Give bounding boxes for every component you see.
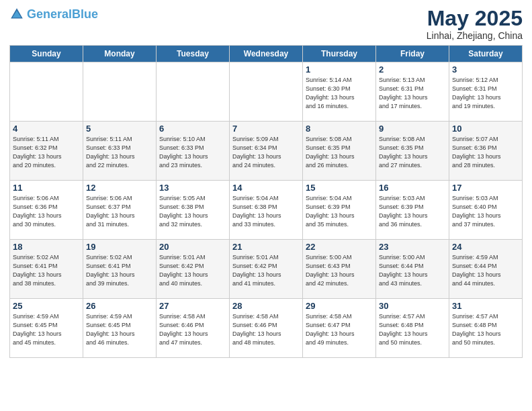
day-number: 27 <box>159 301 226 311</box>
col-friday: Friday <box>376 46 449 62</box>
col-sunday: Sunday <box>10 46 83 62</box>
day-number: 4 <box>13 124 80 134</box>
calendar-cell <box>10 62 83 122</box>
day-info: Sunrise: 5:07 AM Sunset: 6:36 PM Dayligh… <box>452 135 519 170</box>
calendar-cell: 11Sunrise: 5:06 AM Sunset: 6:36 PM Dayli… <box>10 181 83 240</box>
day-info: Sunrise: 5:00 AM Sunset: 6:43 PM Dayligh… <box>306 253 373 288</box>
day-info: Sunrise: 4:58 AM Sunset: 6:46 PM Dayligh… <box>159 312 226 347</box>
day-number: 18 <box>13 242 80 252</box>
calendar-cell: 1Sunrise: 5:14 AM Sunset: 6:30 PM Daylig… <box>303 62 376 122</box>
calendar-cell: 29Sunrise: 4:58 AM Sunset: 6:47 PM Dayli… <box>303 299 376 358</box>
month-title: May 2025 <box>427 7 523 30</box>
calendar-cell: 16Sunrise: 5:03 AM Sunset: 6:39 PM Dayli… <box>376 181 449 240</box>
calendar-week-3: 11Sunrise: 5:06 AM Sunset: 6:36 PM Dayli… <box>10 181 523 240</box>
calendar-cell: 6Sunrise: 5:10 AM Sunset: 6:33 PM Daylig… <box>157 122 230 181</box>
day-info: Sunrise: 5:10 AM Sunset: 6:33 PM Dayligh… <box>159 135 226 170</box>
calendar-cell: 28Sunrise: 4:58 AM Sunset: 6:46 PM Dayli… <box>230 299 303 358</box>
day-number: 15 <box>306 183 373 193</box>
calendar-cell: 24Sunrise: 4:59 AM Sunset: 6:44 PM Dayli… <box>449 240 523 299</box>
day-number: 6 <box>159 124 226 134</box>
calendar-cell <box>157 62 230 122</box>
calendar-cell: 8Sunrise: 5:08 AM Sunset: 6:35 PM Daylig… <box>303 122 376 181</box>
logo-general: General <box>27 7 72 21</box>
calendar-cell: 15Sunrise: 5:04 AM Sunset: 6:39 PM Dayli… <box>303 181 376 240</box>
day-number: 30 <box>379 301 446 311</box>
col-wednesday: Wednesday <box>230 46 303 62</box>
calendar-week-5: 25Sunrise: 4:59 AM Sunset: 6:45 PM Dayli… <box>10 299 523 358</box>
calendar-cell: 2Sunrise: 5:13 AM Sunset: 6:31 PM Daylig… <box>376 62 449 122</box>
calendar-cell: 25Sunrise: 4:59 AM Sunset: 6:45 PM Dayli… <box>10 299 83 358</box>
day-info: Sunrise: 5:02 AM Sunset: 6:41 PM Dayligh… <box>13 253 80 288</box>
calendar-cell: 10Sunrise: 5:07 AM Sunset: 6:36 PM Dayli… <box>449 122 523 181</box>
day-info: Sunrise: 5:13 AM Sunset: 6:31 PM Dayligh… <box>379 76 446 111</box>
col-thursday: Thursday <box>303 46 376 62</box>
calendar-cell: 17Sunrise: 5:03 AM Sunset: 6:40 PM Dayli… <box>449 181 523 240</box>
day-info: Sunrise: 4:58 AM Sunset: 6:46 PM Dayligh… <box>232 312 300 347</box>
calendar-cell: 23Sunrise: 5:00 AM Sunset: 6:44 PM Dayli… <box>376 240 449 299</box>
logo-blue: Blue <box>72 7 98 21</box>
logo: GeneralBlue <box>9 7 98 21</box>
calendar-cell: 19Sunrise: 5:02 AM Sunset: 6:41 PM Dayli… <box>83 240 157 299</box>
day-number: 9 <box>379 124 446 134</box>
calendar-cell: 13Sunrise: 5:05 AM Sunset: 6:38 PM Dayli… <box>157 181 230 240</box>
calendar-cell: 22Sunrise: 5:00 AM Sunset: 6:43 PM Dayli… <box>303 240 376 299</box>
day-number: 12 <box>86 183 153 193</box>
day-info: Sunrise: 5:14 AM Sunset: 6:30 PM Dayligh… <box>306 76 373 111</box>
day-info: Sunrise: 4:57 AM Sunset: 6:48 PM Dayligh… <box>379 312 446 347</box>
day-info: Sunrise: 5:08 AM Sunset: 6:35 PM Dayligh… <box>306 135 373 170</box>
calendar: Sunday Monday Tuesday Wednesday Thursday… <box>9 45 523 358</box>
calendar-cell: 9Sunrise: 5:08 AM Sunset: 6:35 PM Daylig… <box>376 122 449 181</box>
calendar-cell: 18Sunrise: 5:02 AM Sunset: 6:41 PM Dayli… <box>10 240 83 299</box>
day-info: Sunrise: 5:04 AM Sunset: 6:38 PM Dayligh… <box>232 194 300 229</box>
day-info: Sunrise: 5:00 AM Sunset: 6:44 PM Dayligh… <box>379 253 446 288</box>
day-number: 31 <box>452 301 519 311</box>
day-info: Sunrise: 5:01 AM Sunset: 6:42 PM Dayligh… <box>159 253 226 288</box>
day-number: 19 <box>86 242 153 252</box>
calendar-cell <box>230 62 303 122</box>
calendar-cell: 12Sunrise: 5:06 AM Sunset: 6:37 PM Dayli… <box>83 181 157 240</box>
day-number: 23 <box>379 242 446 252</box>
calendar-week-1: 1Sunrise: 5:14 AM Sunset: 6:30 PM Daylig… <box>10 62 523 122</box>
day-info: Sunrise: 5:12 AM Sunset: 6:31 PM Dayligh… <box>452 76 519 111</box>
day-number: 14 <box>232 183 300 193</box>
day-number: 3 <box>452 64 519 75</box>
header: GeneralBlue May 2025 Linhai, Zhejiang, C… <box>9 7 523 41</box>
calendar-cell: 26Sunrise: 4:59 AM Sunset: 6:45 PM Dayli… <box>83 299 157 358</box>
day-info: Sunrise: 5:06 AM Sunset: 6:36 PM Dayligh… <box>13 194 80 229</box>
day-info: Sunrise: 5:11 AM Sunset: 6:32 PM Dayligh… <box>13 135 80 170</box>
day-number: 21 <box>232 242 300 252</box>
logo-text: GeneralBlue <box>27 8 98 20</box>
calendar-cell: 21Sunrise: 5:01 AM Sunset: 6:42 PM Dayli… <box>230 240 303 299</box>
day-info: Sunrise: 5:11 AM Sunset: 6:33 PM Dayligh… <box>86 135 153 170</box>
day-info: Sunrise: 4:59 AM Sunset: 6:44 PM Dayligh… <box>452 253 519 288</box>
day-number: 7 <box>232 124 300 134</box>
day-number: 5 <box>86 124 153 134</box>
calendar-cell: 3Sunrise: 5:12 AM Sunset: 6:31 PM Daylig… <box>449 62 523 122</box>
day-number: 28 <box>232 301 300 311</box>
calendar-cell: 27Sunrise: 4:58 AM Sunset: 6:46 PM Dayli… <box>157 299 230 358</box>
day-number: 25 <box>13 301 80 311</box>
col-monday: Monday <box>83 46 157 62</box>
day-number: 29 <box>306 301 373 311</box>
day-info: Sunrise: 5:06 AM Sunset: 6:37 PM Dayligh… <box>86 194 153 229</box>
calendar-cell: 14Sunrise: 5:04 AM Sunset: 6:38 PM Dayli… <box>230 181 303 240</box>
day-number: 17 <box>452 183 519 193</box>
day-number: 13 <box>159 183 226 193</box>
calendar-week-4: 18Sunrise: 5:02 AM Sunset: 6:41 PM Dayli… <box>10 240 523 299</box>
logo-icon <box>9 7 24 21</box>
day-number: 8 <box>306 124 373 134</box>
col-tuesday: Tuesday <box>157 46 230 62</box>
day-info: Sunrise: 5:01 AM Sunset: 6:42 PM Dayligh… <box>232 253 300 288</box>
calendar-cell <box>83 62 157 122</box>
day-info: Sunrise: 5:09 AM Sunset: 6:34 PM Dayligh… <box>232 135 300 170</box>
day-info: Sunrise: 5:04 AM Sunset: 6:39 PM Dayligh… <box>306 194 373 229</box>
day-number: 2 <box>379 64 446 75</box>
day-info: Sunrise: 4:59 AM Sunset: 6:45 PM Dayligh… <box>13 312 80 347</box>
day-info: Sunrise: 5:03 AM Sunset: 6:39 PM Dayligh… <box>379 194 446 229</box>
day-info: Sunrise: 5:02 AM Sunset: 6:41 PM Dayligh… <box>86 253 153 288</box>
calendar-cell: 7Sunrise: 5:09 AM Sunset: 6:34 PM Daylig… <box>230 122 303 181</box>
day-number: 22 <box>306 242 373 252</box>
calendar-cell: 4Sunrise: 5:11 AM Sunset: 6:32 PM Daylig… <box>10 122 83 181</box>
day-number: 20 <box>159 242 226 252</box>
calendar-cell: 31Sunrise: 4:57 AM Sunset: 6:48 PM Dayli… <box>449 299 523 358</box>
